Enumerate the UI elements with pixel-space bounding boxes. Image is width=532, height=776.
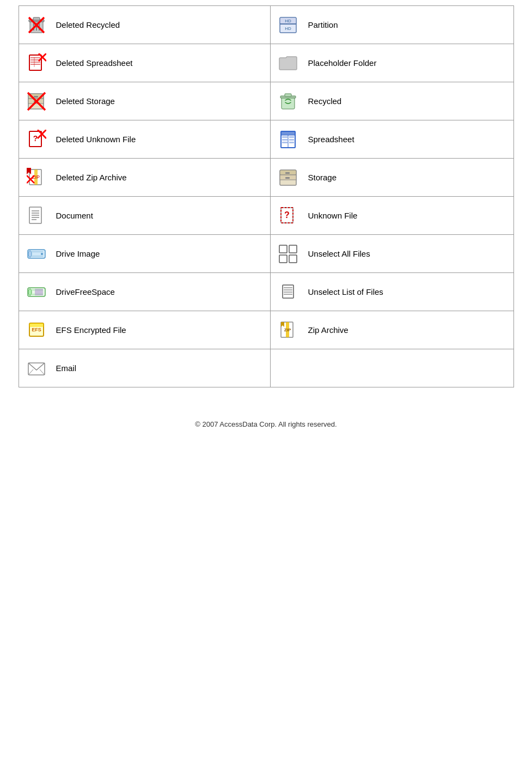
spreadsheet-icon [277, 129, 299, 150]
cell-email: Email [19, 349, 271, 387]
cell-storage: Storage [271, 159, 513, 197]
efs-encrypted-file-icon: EFS [26, 319, 47, 341]
svg-rect-36 [281, 131, 295, 135]
deleted-unknown-file-icon: ? [26, 129, 47, 150]
efs-encrypted-file-label: EFS Encrypted File [56, 325, 126, 335]
spreadsheet-label: Spreadsheet [308, 135, 354, 144]
cell-deleted-recycled: Deleted Recycled [19, 6, 271, 44]
svg-rect-38 [289, 136, 294, 138]
deleted-spreadsheet-icon [26, 52, 47, 74]
drive-image-icon [26, 243, 47, 265]
unselect-list-of-files-label: Unselect List of Files [308, 287, 383, 296]
cell-unselect-all-files: Unselect All Files [271, 235, 513, 273]
svg-rect-54 [285, 172, 290, 174]
deleted-storage-label: Deleted Storage [56, 96, 115, 106]
cell-deleted-unknown-file: ? Deleted Unknown File [19, 120, 271, 159]
svg-rect-39 [282, 139, 288, 141]
cell-placeholder-folder: Placeholder Folder [271, 44, 513, 82]
deleted-spreadsheet-label: Deleted Spreadsheet [56, 58, 133, 68]
svg-rect-14 [30, 57, 40, 58]
unselect-all-files-icon [277, 243, 299, 265]
svg-rect-30 [285, 94, 291, 96]
svg-rect-72 [279, 255, 287, 263]
svg-text:?: ? [33, 134, 38, 143]
cell-document: Document [19, 197, 271, 235]
storage-label: Storage [308, 173, 337, 182]
svg-rect-79 [283, 285, 293, 298]
svg-rect-70 [279, 245, 287, 253]
cell-drive-image: Drive Image [19, 235, 271, 273]
svg-rect-17 [30, 64, 40, 65]
svg-rect-78 [35, 289, 43, 295]
svg-point-69 [41, 253, 43, 255]
cell-efs-encrypted-file: EFS EFS Encrypted File [19, 311, 271, 349]
cell-spreadsheet: Spreadsheet [271, 120, 513, 159]
svg-rect-16 [30, 62, 40, 63]
svg-rect-71 [289, 245, 297, 253]
drive-free-space-label: DriveFreeSpace [56, 287, 115, 296]
svg-rect-2 [33, 17, 40, 20]
partition-label: Partition [308, 20, 338, 29]
svg-rect-86 [29, 323, 44, 327]
cell-unselect-list-of-files: Unselect List of Files [271, 273, 513, 311]
svg-text:EFS: EFS [32, 327, 41, 332]
document-label: Document [56, 211, 93, 220]
recycled-icon [277, 90, 299, 112]
deleted-recycled-icon [26, 14, 47, 36]
svg-rect-37 [282, 136, 288, 138]
svg-rect-55 [285, 177, 290, 179]
deleted-storage-icon [26, 90, 47, 112]
placeholder-folder-label: Placeholder Folder [308, 58, 376, 68]
email-icon [26, 357, 47, 379]
recycled-label: Recycled [308, 96, 341, 106]
cell-deleted-spreadsheet: Deleted Spreadsheet [19, 44, 271, 82]
footer-text: © 2007 AccessData Corp. All rights reser… [0, 420, 532, 439]
cell-deleted-zip-archive: ZIP Deleted Zip Archive [19, 159, 271, 197]
deleted-zip-archive-label: Deleted Zip Archive [56, 173, 127, 182]
svg-rect-41 [282, 142, 288, 143]
svg-text:?: ? [285, 210, 290, 220]
svg-text:HD: HD [285, 19, 292, 23]
document-icon [26, 205, 47, 227]
deleted-zip-archive-icon: ZIP [26, 167, 47, 189]
deleted-recycled-label: Deleted Recycled [56, 20, 120, 29]
zip-archive-label: Zip Archive [308, 325, 348, 335]
svg-marker-48 [27, 168, 31, 174]
cell-deleted-storage: Deleted Storage [19, 82, 271, 120]
zip-archive-icon: ZIP [277, 319, 299, 341]
placeholder-folder-icon [277, 52, 299, 74]
partition-icon: HD HD [277, 14, 299, 36]
unknown-file-label: Unknown File [308, 211, 357, 220]
cell-drive-free-space: DriveFreeSpace [19, 273, 271, 311]
email-label: Email [56, 363, 77, 373]
unselect-all-files-label: Unselect All Files [308, 249, 370, 258]
cell-partition: HD HD Partition [271, 6, 513, 44]
svg-rect-24 [34, 96, 38, 98]
svg-rect-40 [289, 139, 294, 141]
cell-unknown-file: ? Unknown File [271, 197, 513, 235]
cell-zip-archive: ZIP Zip Archive [271, 311, 513, 349]
svg-text:ZIP: ZIP [284, 328, 291, 332]
drive-free-space-icon [26, 281, 47, 303]
unselect-list-of-files-icon [277, 281, 299, 303]
cell-recycled: Recycled [271, 82, 513, 120]
deleted-unknown-file-label: Deleted Unknown File [56, 135, 136, 144]
unknown-file-icon: ? [277, 205, 299, 227]
drive-image-label: Drive Image [56, 249, 100, 258]
cell- [271, 349, 513, 387]
svg-text:HD: HD [285, 26, 292, 31]
storage-icon [277, 167, 299, 189]
svg-rect-42 [289, 142, 294, 143]
svg-rect-73 [289, 255, 297, 263]
